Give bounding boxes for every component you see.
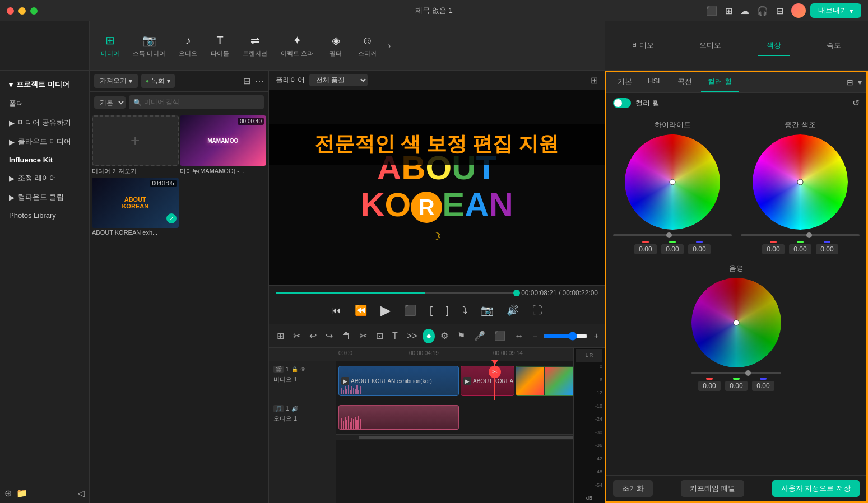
reset-button[interactable]: 초기화 xyxy=(613,480,653,497)
track-eye-icon[interactable]: 👁 xyxy=(300,366,306,372)
tool-transition[interactable]: ⇌ 트랜지션 xyxy=(236,29,274,62)
highlight-wheel[interactable] xyxy=(625,134,720,230)
shadow-slider[interactable] xyxy=(691,372,781,374)
tab-video[interactable]: 비디오 xyxy=(623,36,663,56)
panel-icon-2[interactable]: ▾ xyxy=(858,78,862,87)
track-audio-vol[interactable]: 🔊 xyxy=(291,406,298,412)
mark-out-button[interactable]: ] xyxy=(444,302,451,319)
tl-overlay-button[interactable]: ⬛ xyxy=(491,328,509,343)
sidebar-folder-icon[interactable]: 📁 xyxy=(16,488,27,499)
tl-undo-button[interactable]: ↩ xyxy=(306,328,320,343)
scrollbar-thumb[interactable] xyxy=(359,436,573,439)
highlight-g-value[interactable]: 0.00 xyxy=(661,244,684,254)
sidebar-item-adjust[interactable]: ▶ 조정 레이어 xyxy=(0,169,89,188)
insert-button[interactable]: ⤵ xyxy=(460,302,470,319)
color-tab-curves[interactable]: 곡선 xyxy=(671,72,699,92)
sidebar-item-compound[interactable]: ▶ 컴파운드 클립 xyxy=(0,188,89,207)
sidebar-item-cloud[interactable]: ▶ 클라우드 미디어 xyxy=(0,132,89,151)
midtone-slider-handle[interactable] xyxy=(806,232,812,238)
cloud-icon[interactable]: ☁ xyxy=(740,6,749,16)
progress-bar[interactable] xyxy=(276,292,517,294)
view-select[interactable]: 기본 xyxy=(94,96,126,109)
color-tab-hsl[interactable]: HSL xyxy=(641,72,669,92)
color-tab-wheel[interactable]: 컬러 휠 xyxy=(701,72,739,92)
tl-volume-slider[interactable] xyxy=(543,332,588,341)
tool-media[interactable]: ⊞ 미디어 xyxy=(94,29,126,62)
tl-ripple-button[interactable]: ↔ xyxy=(511,329,527,343)
tl-snap-button[interactable]: ⊞ xyxy=(273,328,287,343)
quality-select[interactable]: 전체 품질 xyxy=(309,74,368,86)
midtone-wheel[interactable] xyxy=(753,134,848,230)
import-button[interactable]: 가져오기 ▾ xyxy=(94,74,138,88)
highlight-r-value[interactable]: 0.00 xyxy=(634,244,657,254)
tool-sticker[interactable]: ☺ 스티커 xyxy=(351,30,383,62)
midtone-r-value[interactable]: 0.00 xyxy=(762,244,785,254)
tl-cut-button[interactable]: ✂ xyxy=(356,328,370,343)
stop-button[interactable]: ⬛ xyxy=(402,302,419,319)
close-button[interactable] xyxy=(7,7,14,15)
more-button[interactable]: ⛶ xyxy=(530,302,545,319)
midtone-g-value[interactable]: 0.00 xyxy=(789,244,811,254)
track-lock-icon[interactable]: 🔒 xyxy=(291,366,298,372)
volume-button[interactable]: 🔊 xyxy=(504,302,521,319)
progress-handle[interactable] xyxy=(513,290,520,296)
minimize-button[interactable] xyxy=(18,7,26,15)
headphone-icon[interactable]: 🎧 xyxy=(757,6,768,16)
step-back-button[interactable]: ⏪ xyxy=(352,302,369,319)
tl-mic-button[interactable]: 🎤 xyxy=(471,328,489,343)
horizontal-scrollbar[interactable] xyxy=(336,434,573,440)
tl-more-button[interactable]: >> xyxy=(403,329,421,343)
media-item-mamamoo[interactable]: MAMAMOO 00:00:40 마마무(MAMAMOO) -... xyxy=(180,115,267,176)
more-toolbar-icon[interactable]: ⋯ xyxy=(255,76,264,86)
highlight-b-value[interactable]: 0.00 xyxy=(688,244,711,254)
tl-text-button[interactable]: T xyxy=(389,329,401,343)
shadow-wheel[interactable] xyxy=(691,278,781,367)
tool-stock[interactable]: 📷 스톡 미디어 xyxy=(126,29,172,62)
shadow-r-value[interactable]: 0.00 xyxy=(698,381,721,391)
tl-flag-button[interactable]: ⚑ xyxy=(454,328,468,343)
tab-speed[interactable]: 속도 xyxy=(818,36,850,56)
sidebar-add-icon[interactable]: ⊕ xyxy=(4,488,12,499)
preview-icon[interactable]: ⊞ xyxy=(591,75,598,86)
clip-about-full[interactable]: ▶ ABOUT KOREAN exhibition(kor) xyxy=(338,366,459,396)
screen-icon[interactable]: ⬛ xyxy=(706,6,717,16)
sidebar-item-folder[interactable]: 폴더 xyxy=(0,94,89,113)
tl-settings-button[interactable]: ⚙ xyxy=(437,328,452,343)
tab-audio[interactable]: 오디오 xyxy=(690,36,730,56)
audio-clip-1[interactable] xyxy=(338,405,459,430)
reset-icon[interactable]: ↺ xyxy=(852,97,860,108)
media-item-about[interactable]: ABOUTKOREAN 00:01:05 ✓ ABOUT KOREAN exh.… xyxy=(92,178,179,237)
custom-save-button[interactable]: 사용자 지정으로 저장 xyxy=(772,480,860,497)
color-tab-basic[interactable]: 기본 xyxy=(611,72,639,92)
keyframe-button[interactable]: 키프레임 패널 xyxy=(681,480,745,497)
tool-filter[interactable]: ◈ 필터 xyxy=(320,29,351,62)
tool-audio[interactable]: ♪ 오디오 xyxy=(172,30,204,62)
shadow-b-value[interactable]: 0.00 xyxy=(752,381,774,391)
user-avatar[interactable] xyxy=(791,3,806,18)
grid-icon[interactable]: ⊞ xyxy=(725,6,732,16)
record-button[interactable]: ● 녹화 ▾ xyxy=(141,74,175,88)
tool-effects[interactable]: ✦ 이펙트 효과 xyxy=(274,29,320,62)
shadow-slider-handle[interactable] xyxy=(745,370,751,376)
clip-thumbnails[interactable] xyxy=(516,366,573,396)
tl-delete-button[interactable]: 🗑 xyxy=(338,329,354,343)
sidebar-item-influence-kit[interactable]: Influence Kit xyxy=(0,151,89,169)
fullscreen-button[interactable] xyxy=(30,7,38,15)
layout-icon[interactable]: ⊟ xyxy=(776,6,783,16)
highlight-slider-handle[interactable] xyxy=(666,232,672,238)
export-button[interactable]: 내보내기 ▾ xyxy=(810,3,861,18)
color-wheel-toggle[interactable] xyxy=(613,98,631,108)
mark-in-button[interactable]: [ xyxy=(428,302,435,319)
tl-record-button[interactable]: ● xyxy=(423,329,435,343)
tab-color[interactable]: 색상 xyxy=(758,36,790,56)
panel-icon-1[interactable]: ⊟ xyxy=(847,78,853,87)
tl-volume-minus[interactable]: − xyxy=(529,329,541,343)
play-button[interactable]: ▶ xyxy=(378,300,393,320)
tl-redo-button[interactable]: ↪ xyxy=(322,328,336,343)
shadow-g-value[interactable]: 0.00 xyxy=(725,381,748,391)
sidebar-collapse-icon[interactable]: ◁ xyxy=(78,488,85,499)
highlight-slider[interactable] xyxy=(613,234,732,236)
tl-magnet-button[interactable]: ✂ xyxy=(290,328,304,343)
midtone-b-value[interactable]: 0.00 xyxy=(816,244,838,254)
media-add-button[interactable]: + xyxy=(92,115,179,166)
